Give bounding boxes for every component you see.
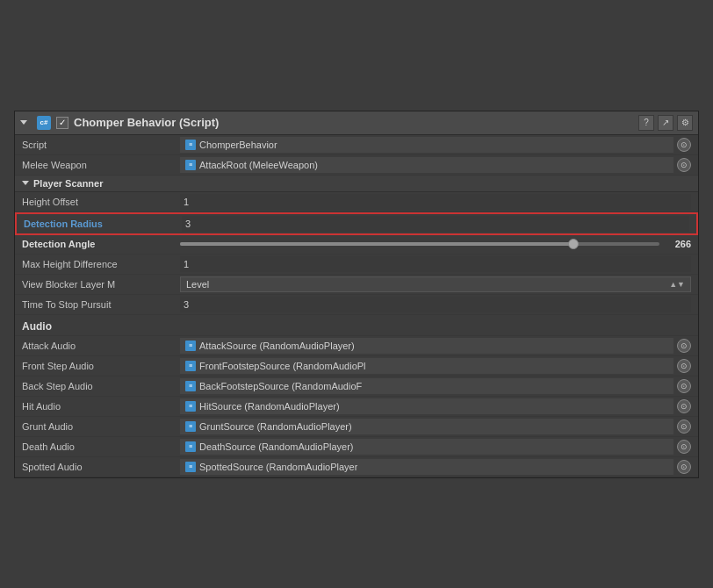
- attack-audio-icon: ≡: [185, 341, 196, 351]
- enabled-checkbox[interactable]: ✓: [56, 117, 68, 129]
- spotted-audio-label: Spotted Audio: [22, 462, 180, 472]
- player-scanner-section-header[interactable]: Player Scanner: [15, 176, 698, 192]
- melee-weapon-label: Melee Weapon: [22, 160, 180, 170]
- melee-weapon-field-row: Melee Weapon ≡ AttackRoot (MeleeWeapon) …: [15, 155, 698, 176]
- view-blocker-value: Level: [186, 279, 209, 290]
- detection-radius-row: Detection Radius: [15, 212, 698, 235]
- collapse-triangle[interactable]: [20, 120, 27, 125]
- script-label: Script: [22, 140, 180, 150]
- hit-audio-label: Hit Audio: [22, 401, 180, 412]
- gear-icon-btn[interactable]: ⚙: [677, 115, 693, 131]
- detection-angle-label: Detection Angle: [22, 239, 180, 249]
- max-height-diff-row: Max Height Difference: [15, 255, 698, 275]
- detection-radius-label: Detection Radius: [24, 219, 182, 229]
- melee-weapon-value: ≡ AttackRoot (MeleeWeapon): [180, 157, 673, 173]
- back-step-audio-icon: ≡: [185, 381, 196, 391]
- back-step-audio-label: Back Step Audio: [22, 381, 180, 391]
- grunt-audio-label: Grunt Audio: [22, 421, 180, 432]
- detection-angle-fill: [180, 242, 573, 246]
- melee-weapon-object-icon: ≡: [185, 160, 196, 170]
- death-audio-row: Death Audio ≡ DeathSource (RandomAudioPl…: [15, 437, 698, 457]
- spotted-audio-text: SpottedSource (RandomAudioPlayer: [199, 462, 357, 472]
- grunt-audio-value: ≡ GruntSource (RandomAudioPlayer): [180, 419, 673, 434]
- hit-audio-row: Hit Audio ≡ HitSource (RandomAudioPlayer…: [15, 397, 698, 417]
- attack-audio-value: ≡ AttackSource (RandomAudioPlayer): [180, 338, 673, 354]
- death-audio-value: ≡ DeathSource (RandomAudioPlayer): [180, 439, 673, 455]
- inspector-panel: c# ✓ Chomper Behavior (Script) ? ↗ ⚙ Scr…: [14, 111, 699, 478]
- melee-weapon-circle-btn[interactable]: ⊙: [677, 158, 691, 172]
- audio-title: Audio: [22, 320, 52, 333]
- death-audio-label: Death Audio: [22, 441, 180, 452]
- height-offset-label: Height Offset: [22, 197, 180, 207]
- detection-angle-thumb[interactable]: [568, 239, 579, 249]
- max-height-diff-label: Max Height Difference: [22, 259, 180, 269]
- detection-angle-value: 266: [665, 239, 691, 249]
- attack-audio-circle-btn[interactable]: ⊙: [677, 339, 691, 353]
- death-audio-circle-btn[interactable]: ⊙: [677, 440, 691, 454]
- script-field-row: Script ≡ ChomperBehavior ⊙: [15, 135, 698, 155]
- front-step-audio-circle-btn[interactable]: ⊙: [677, 359, 691, 373]
- detection-angle-row: Detection Angle 266: [15, 235, 698, 255]
- height-offset-row: Height Offset: [15, 192, 698, 212]
- back-step-audio-row: Back Step Audio ≡ BackFootstepSource (Ra…: [15, 376, 698, 397]
- melee-weapon-object-text: AttackRoot (MeleeWeapon): [199, 160, 318, 170]
- death-audio-icon: ≡: [185, 441, 196, 452]
- player-scanner-title: Player Scanner: [33, 178, 104, 189]
- back-step-audio-value: ≡ BackFootstepSource (RandomAudioF: [180, 378, 673, 394]
- audio-section-header: Audio: [15, 315, 698, 336]
- back-step-audio-circle-btn[interactable]: ⊙: [677, 379, 691, 393]
- time-to-stop-row: Time To Stop Pursuit: [15, 295, 698, 315]
- attack-audio-label: Attack Audio: [22, 341, 180, 351]
- checkbox-check: ✓: [59, 118, 66, 127]
- csharp-icon: c#: [37, 116, 51, 130]
- view-blocker-row: View Blocker Layer M Level ▲▼: [15, 275, 698, 295]
- script-circle-btn[interactable]: ⊙: [677, 138, 691, 152]
- spotted-audio-row: Spotted Audio ≡ SpottedSource (RandomAud…: [15, 457, 698, 477]
- hit-audio-text: HitSource (RandomAudioPlayer): [199, 401, 340, 412]
- detection-angle-track: [180, 242, 659, 246]
- hit-audio-icon: ≡: [185, 401, 196, 412]
- script-object-text: ChomperBehavior: [199, 140, 277, 150]
- grunt-audio-text: GruntSource (RandomAudioPlayer): [199, 421, 352, 432]
- player-scanner-triangle: [22, 181, 29, 185]
- header-icons: ? ↗ ⚙: [638, 115, 693, 131]
- height-offset-input[interactable]: [180, 194, 691, 210]
- dropdown-arrow-icon: ▲▼: [669, 280, 685, 289]
- hit-audio-circle-btn[interactable]: ⊙: [677, 399, 691, 413]
- time-to-stop-input[interactable]: [180, 297, 691, 312]
- front-step-audio-label: Front Step Audio: [22, 361, 180, 371]
- front-step-audio-text: FrontFootstepSource (RandomAudioPl: [199, 361, 366, 371]
- script-object-icon: ≡: [185, 140, 196, 150]
- detection-angle-slider-container: 266: [180, 239, 691, 249]
- time-to-stop-label: Time To Stop Pursuit: [22, 299, 180, 310]
- attack-audio-row: Attack Audio ≡ AttackSource (RandomAudio…: [15, 336, 698, 356]
- attack-audio-text: AttackSource (RandomAudioPlayer): [199, 341, 355, 351]
- component-header: c# ✓ Chomper Behavior (Script) ? ↗ ⚙: [15, 111, 698, 135]
- grunt-audio-icon: ≡: [185, 421, 196, 432]
- back-step-audio-text: BackFootstepSource (RandomAudioF: [199, 381, 362, 391]
- spotted-audio-icon: ≡: [185, 462, 196, 472]
- view-blocker-label: View Blocker Layer M: [22, 279, 180, 290]
- death-audio-text: DeathSource (RandomAudioPlayer): [199, 441, 353, 452]
- front-step-audio-icon: ≡: [185, 361, 196, 371]
- detection-radius-input[interactable]: [182, 216, 689, 232]
- book-icon-btn[interactable]: ?: [638, 115, 654, 131]
- spotted-audio-circle-btn[interactable]: ⊙: [677, 460, 691, 474]
- spotted-audio-value: ≡ SpottedSource (RandomAudioPlayer: [180, 459, 673, 475]
- front-step-audio-row: Front Step Audio ≡ FrontFootstepSource (…: [15, 356, 698, 376]
- hit-audio-value: ≡ HitSource (RandomAudioPlayer): [180, 398, 673, 414]
- max-height-diff-input[interactable]: [180, 256, 691, 272]
- view-blocker-dropdown[interactable]: Level ▲▼: [180, 276, 691, 292]
- component-title: Chomper Behavior (Script): [74, 116, 633, 129]
- arrow-icon-btn[interactable]: ↗: [658, 115, 673, 131]
- grunt-audio-row: Grunt Audio ≡ GruntSource (RandomAudioPl…: [15, 417, 698, 437]
- grunt-audio-circle-btn[interactable]: ⊙: [677, 419, 691, 434]
- script-value: ≡ ChomperBehavior: [180, 137, 673, 153]
- front-step-audio-value: ≡ FrontFootstepSource (RandomAudioPl: [180, 358, 673, 374]
